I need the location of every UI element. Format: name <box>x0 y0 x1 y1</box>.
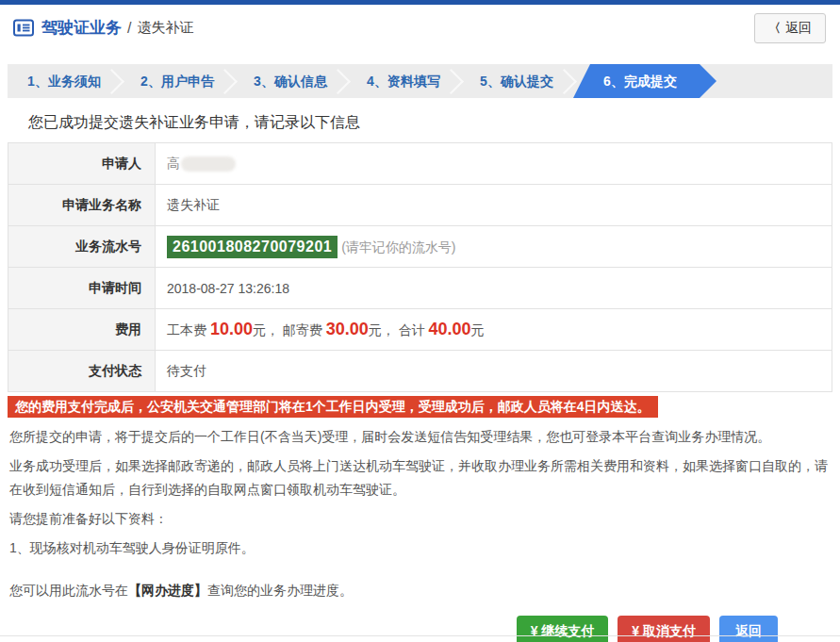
notice-banner: 您的费用支付完成后，公安机关交通管理部门将在1个工作日内受理，受理成功后，邮政人… <box>8 396 658 418</box>
payment-status: 待支付 <box>156 351 832 392</box>
back-button[interactable]: 〈 返回 <box>754 13 826 43</box>
progress-text-prefix: 您可以用此流水号在 <box>9 583 128 598</box>
row-pay-status: 支付状态 待支付 <box>8 351 832 392</box>
row-label: 申请时间 <box>8 268 156 309</box>
name-blur-mask <box>181 156 236 172</box>
fee-part-label: 元， 合计 <box>369 322 429 337</box>
page-subtitle: 遗失补证 <box>137 19 193 37</box>
return-button[interactable]: 返回 <box>719 616 778 642</box>
fee-amount-base: 10.00 <box>210 320 253 338</box>
info-table: 申请人 高 申请业务名称 遗失补证 业务流水号 2610018082700792… <box>8 142 832 392</box>
row-value: 遗失补证 <box>156 185 832 226</box>
step-5-confirm-submit: 5、确认提交 <box>460 64 573 98</box>
fee-part-label: 元， 邮寄费 <box>253 322 326 337</box>
paragraph-progress: 您可以用此流水号在【网办进度】查询您的业务办理进度。 <box>9 579 832 602</box>
progress-text-suffix: 查询您的业务办理进度。 <box>207 583 353 598</box>
cancel-pay-button[interactable]: ¥ 取消支付 <box>618 616 710 642</box>
chevron-left-icon: 〈 <box>768 20 781 37</box>
row-value: 261001808270079201(请牢记你的流水号) <box>156 226 832 268</box>
row-fee: 费用 工本费 10.00元， 邮寄费 30.00元， 合计 40.00元 <box>8 309 832 351</box>
paragraph-acceptance: 您所提交的申请，将于提交后的一个工作日(不含当天)受理，届时会发送短信告知受理结… <box>9 425 832 449</box>
step-6-complete-submit-active: 6、完成提交 <box>573 64 716 98</box>
bottom-divider <box>0 635 840 636</box>
row-apply-time: 申请时间 2018-08-27 13:26:18 <box>8 268 832 309</box>
page-header: 驾驶证业务 / 遗失补证 〈 返回 <box>0 5 840 51</box>
row-service-name: 申请业务名称 遗失补证 <box>8 185 832 226</box>
notice-banner-wrap: 您的费用支付完成后，公安机关交通管理部门将在1个工作日内受理，受理成功后，邮政人… <box>8 396 832 418</box>
continue-pay-button[interactable]: ¥ 继续支付 <box>517 616 609 642</box>
serial-note: (请牢记你的流水号) <box>341 239 455 255</box>
fee-value: 工本费 10.00元， 邮寄费 30.00元， 合计 40.00元 <box>156 309 832 351</box>
page: 驾驶证业务 / 遗失补证 〈 返回 1、业务须知 2、用户申告 3、确认信息 4… <box>0 0 840 642</box>
success-message: 您已成功提交遗失补证业务申请，请记录以下信息 <box>0 113 840 133</box>
paragraph-delivery: 业务成功受理后，如果选择邮政寄递的，邮政人员将上门送达机动车驾驶证，并收取办理业… <box>9 454 832 502</box>
step-3-confirm-info: 3、确认信息 <box>234 64 347 98</box>
breadcrumb-separator: / <box>127 20 131 37</box>
footer-actions: ¥ 继续支付 ¥ 取消支付 返回 <box>0 616 778 642</box>
row-applicant: 申请人 高 <box>8 143 832 185</box>
fee-part-label: 元 <box>471 322 485 337</box>
row-value: 2018-08-27 13:26:18 <box>156 268 832 309</box>
back-button-label: 返回 <box>785 20 812 37</box>
row-value: 高 <box>156 143 832 185</box>
steps-bar: 1、业务须知 2、用户申告 3、确认信息 4、资料填写 5、确认提交 6、完成提… <box>8 64 832 98</box>
row-label: 费用 <box>8 309 156 351</box>
row-serial-number: 业务流水号 261001808270079201(请牢记你的流水号) <box>8 226 832 268</box>
list-form-icon <box>13 19 34 37</box>
row-label: 申请业务名称 <box>8 185 156 226</box>
step-2-user-declaration: 2、用户申告 <box>121 64 234 98</box>
paragraph-prepare: 请您提前准备好以下资料： <box>9 507 832 531</box>
row-label: 支付状态 <box>8 351 156 392</box>
row-label: 申请人 <box>8 143 156 185</box>
progress-module-name: 【网办进度】 <box>128 583 207 598</box>
fee-amount-total: 40.00 <box>429 320 471 338</box>
row-label: 业务流水号 <box>8 226 156 268</box>
step-1-business-notice: 1、业务须知 <box>8 64 121 98</box>
fee-part-label: 工本费 <box>167 322 210 337</box>
fee-amount-postage: 30.00 <box>326 320 369 338</box>
serial-number-badge: 261001808270079201 <box>167 236 338 258</box>
step-4-fill-data: 4、资料填写 <box>347 64 460 98</box>
page-title: 驾驶证业务 <box>41 17 122 39</box>
applicant-name: 高 <box>167 156 180 171</box>
instructions: 您所提交的申请，将于提交后的一个工作日(不含当天)受理，届时会发送短信告知受理结… <box>8 425 832 602</box>
paragraph-materials: 1、现场核对机动车驾驶人身份证明原件。 <box>9 536 832 560</box>
